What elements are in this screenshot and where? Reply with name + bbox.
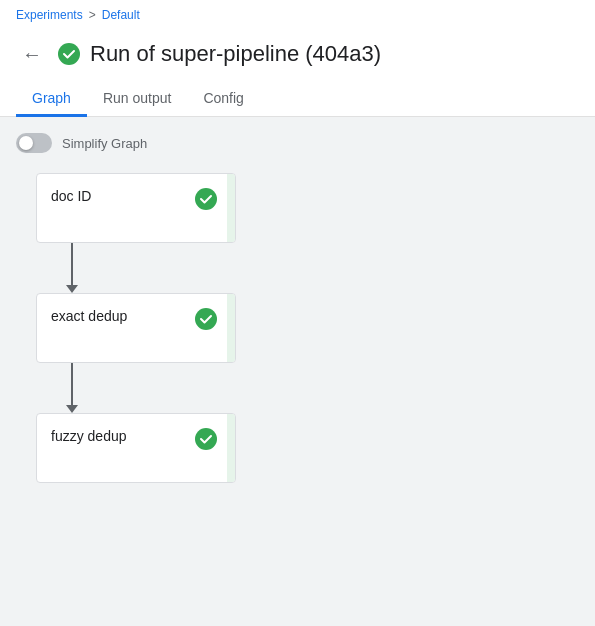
- node-fuzzy-dedup[interactable]: fuzzy dedup: [36, 413, 236, 483]
- breadcrumb-experiments[interactable]: Experiments: [16, 8, 83, 22]
- run-status-icon: [58, 43, 80, 65]
- connector-1: [66, 243, 78, 293]
- title-row: ← Run of super-pipeline (404a3): [16, 30, 579, 82]
- connector-2: [66, 363, 78, 413]
- connector-line-1: [71, 243, 73, 285]
- tab-run-output[interactable]: Run output: [87, 82, 188, 117]
- node-exact-dedup-label: exact dedup: [51, 306, 127, 324]
- content-area: Simplify Graph doc ID exact dedup: [0, 117, 595, 597]
- node-exact-dedup[interactable]: exact dedup: [36, 293, 236, 363]
- page-title: Run of super-pipeline (404a3): [90, 41, 381, 67]
- node-doc-id[interactable]: doc ID: [36, 173, 236, 243]
- simplify-toggle[interactable]: [16, 133, 52, 153]
- breadcrumb: Experiments > Default: [16, 8, 579, 30]
- toggle-thumb: [19, 136, 33, 150]
- node-fuzzy-dedup-label: fuzzy dedup: [51, 426, 127, 444]
- node-exact-dedup-status: [195, 308, 217, 330]
- simplify-row: Simplify Graph: [16, 133, 579, 153]
- tab-graph[interactable]: Graph: [16, 82, 87, 117]
- node-fuzzy-dedup-status: [195, 428, 217, 450]
- simplify-label: Simplify Graph: [62, 136, 147, 151]
- tab-config[interactable]: Config: [187, 82, 259, 117]
- toggle-track: [16, 133, 52, 153]
- top-bar: Experiments > Default ← Run of super-pip…: [0, 0, 595, 117]
- node-doc-id-status: [195, 188, 217, 210]
- connector-arrow-2: [66, 405, 78, 413]
- back-button[interactable]: ←: [16, 38, 48, 70]
- pipeline-graph: doc ID exact dedup: [16, 173, 579, 483]
- node-doc-id-label: doc ID: [51, 186, 91, 204]
- connector-line-2: [71, 363, 73, 405]
- tabs-row: Graph Run output Config: [16, 82, 579, 116]
- breadcrumb-default[interactable]: Default: [102, 8, 140, 22]
- connector-arrow-1: [66, 285, 78, 293]
- breadcrumb-separator: >: [89, 8, 96, 22]
